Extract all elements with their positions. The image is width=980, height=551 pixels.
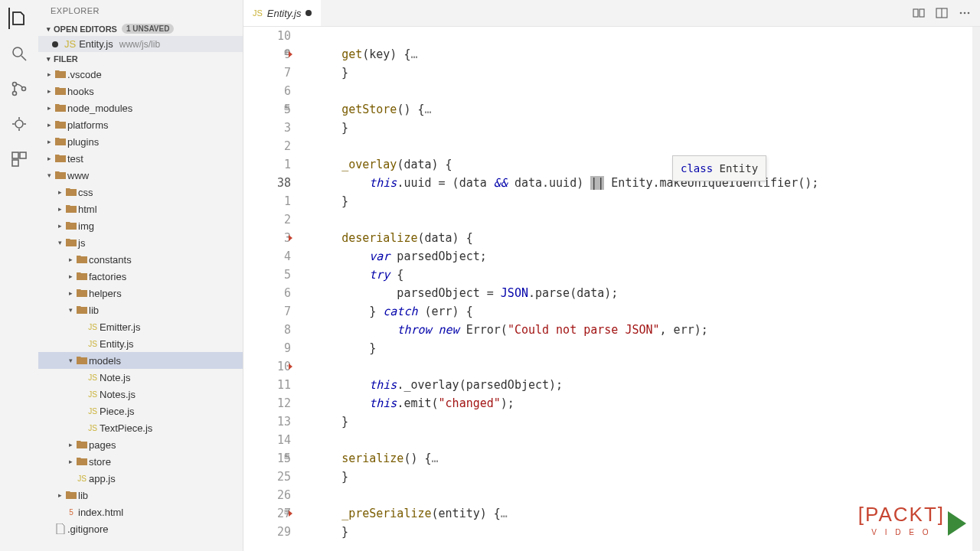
chevron-icon: ▸ [66, 256, 75, 263]
debug-icon[interactable] [8, 113, 30, 135]
code-line[interactable] [314, 82, 972, 100]
line-number: 38 [243, 174, 291, 192]
code-line[interactable]: } catch (err) { [314, 302, 972, 321]
folder-item[interactable]: ▸factories [38, 268, 243, 285]
line-number: 6 [243, 284, 291, 302]
code-area[interactable]: 109⊞765⊞32138123456789101112131415⊞25262… [243, 27, 980, 551]
svg-rect-10 [12, 152, 18, 158]
folder-item[interactable]: ▸constants [38, 251, 243, 268]
code-line[interactable]: try { [314, 266, 972, 284]
folder-item[interactable]: ▸platforms [38, 116, 243, 133]
js-file-icon: JS [86, 388, 100, 400]
code-line[interactable]: deserialize(data) { [314, 229, 972, 247]
folder-icon [75, 439, 89, 451]
code-line[interactable]: get(key) {… [314, 45, 972, 64]
error-marker-icon [289, 510, 292, 517]
project-header[interactable]: ▾ FILER [38, 52, 243, 66]
line-number: 11 [243, 376, 291, 394]
code-line[interactable]: _overlay(data) { [314, 155, 972, 174]
code-line[interactable] [314, 27, 972, 45]
folder-item[interactable]: ▸node_modules [38, 99, 243, 116]
folder-item[interactable]: ▸test [38, 150, 243, 167]
chevron-icon: ▸ [66, 272, 75, 280]
tree-item-label: Notes.js [100, 389, 136, 400]
folder-item[interactable]: ▸html [38, 201, 243, 217]
code-line[interactable]: this.emit("changed"); [314, 394, 972, 412]
error-marker-icon [289, 51, 292, 57]
file-item[interactable]: JSTextPiece.js [38, 419, 243, 436]
tree-item-label: plugins [67, 136, 99, 148]
open-editors-header[interactable]: ▾ OPEN EDITORS 1 UNSAVED [38, 21, 243, 36]
code-line[interactable]: } [314, 468, 972, 486]
code-line[interactable]: } [314, 192, 972, 210]
file-item[interactable]: 5index.html [38, 504, 243, 520]
file-item[interactable]: JSEntity.js [38, 335, 243, 352]
js-file-icon: JS [86, 405, 100, 417]
folder-item[interactable]: ▾www [38, 167, 243, 184]
line-number: 27⊞ [243, 504, 291, 523]
code-line[interactable]: } [314, 339, 972, 357]
file-item[interactable]: JSEmitter.js [38, 318, 243, 335]
file-item[interactable]: JSapp.js [38, 470, 243, 487]
file-item[interactable]: JSNotes.js [38, 386, 243, 403]
minimap[interactable] [972, 27, 980, 551]
tree-item-label: img [78, 220, 94, 232]
code-line[interactable] [314, 137, 972, 155]
code-line[interactable]: throw new Error("Could not parse JSON", … [314, 321, 972, 339]
open-editor-item[interactable]: JS Entity.js www/js/lib [38, 36, 243, 52]
file-item[interactable]: JSNote.js [38, 369, 243, 386]
js-file-icon: JS [86, 371, 100, 383]
folder-item[interactable]: ▸store [38, 453, 243, 470]
code-line[interactable]: } [314, 64, 972, 82]
line-number: 7 [243, 64, 291, 82]
extensions-icon[interactable] [8, 148, 30, 170]
folder-item[interactable]: ▸pages [38, 436, 243, 453]
folder-item[interactable]: ▸css [38, 184, 243, 201]
folder-item[interactable]: ▸lib [38, 487, 243, 504]
file-item[interactable]: JSPiece.js [38, 403, 243, 419]
folder-item[interactable]: ▾lib [38, 302, 243, 318]
code-line[interactable]: this._overlay(parsedObject); [314, 376, 972, 394]
more-icon[interactable] [959, 7, 971, 19]
code-line[interactable]: } [314, 412, 972, 431]
folder-item[interactable]: ▸helpers [38, 285, 243, 302]
code-line[interactable]: serialize() {… [314, 449, 972, 468]
tree-item-label: js [78, 237, 85, 249]
code-line[interactable] [314, 486, 972, 504]
fold-icon[interactable]: ⊞ [282, 453, 289, 461]
folder-item[interactable]: ▾js [38, 234, 243, 251]
chevron-icon: ▸ [66, 458, 75, 465]
code-line[interactable] [314, 210, 972, 229]
file-tree: ▸.vscode▸hooks▸node_modules▸platforms▸pl… [38, 66, 243, 537]
file-item[interactable]: .gitignore [38, 520, 243, 537]
source-control-icon[interactable] [8, 78, 30, 99]
folder-item[interactable]: ▸img [38, 217, 243, 234]
line-number: 4 [243, 247, 291, 266]
tab-entity-js[interactable]: JS Entity.js [243, 0, 321, 26]
svg-point-5 [15, 120, 23, 128]
tree-item-label: lib [89, 305, 99, 316]
code-line[interactable]: this.uuid = (data && data.uuid) || Entit… [314, 174, 972, 192]
tree-item-label: hooks [67, 86, 94, 97]
folder-item[interactable]: ▸plugins [38, 133, 243, 150]
folder-item[interactable]: ▸.vscode [38, 66, 243, 83]
code-line[interactable]: } [314, 119, 972, 137]
code-line[interactable]: parsedObject = JSON.parse(data); [314, 284, 972, 302]
search-icon[interactable] [8, 43, 30, 64]
code-line[interactable]: var parsedObject; [314, 247, 972, 266]
folder-item[interactable]: ▸hooks [38, 83, 243, 99]
folder-icon [54, 68, 67, 80]
code-line[interactable] [314, 357, 972, 376]
code-line[interactable] [314, 431, 972, 449]
folder-item[interactable]: ▾models [38, 352, 243, 369]
code-content[interactable]: get(key) {… } getStore() {… } _overlay(d… [305, 27, 972, 551]
compare-icon[interactable] [913, 7, 925, 19]
code-line[interactable]: getStore() {… [314, 100, 972, 119]
svg-point-18 [964, 12, 966, 15]
split-icon[interactable] [936, 7, 948, 19]
fold-icon[interactable]: ⊞ [282, 104, 289, 112]
js-file-icon: JS [253, 8, 263, 18]
explorer-icon[interactable] [8, 8, 30, 29]
tree-item-label: Emitter.js [100, 321, 140, 333]
chevron-icon: ▸ [55, 222, 64, 230]
